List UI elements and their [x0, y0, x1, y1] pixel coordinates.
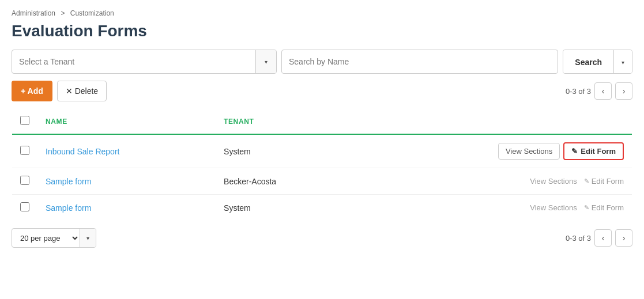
table-row: Sample formSystemView Sections✎Edit Form [12, 195, 632, 221]
footer-row: 20 per page 50 per page 100 per page ▾ 0… [12, 228, 632, 248]
row-actions-cell: View Sections✎Edit Form [351, 168, 632, 195]
edit-form-label: Edit Form [592, 177, 624, 186]
per-page-select[interactable]: 20 per page 50 per page 100 per page [12, 228, 80, 248]
chevron-left-icon-top: ‹ [602, 86, 605, 96]
view-sections-text[interactable]: View Sections [526, 203, 580, 212]
tenant-dropdown-arrow[interactable]: ▾ [255, 50, 276, 74]
toolbar-row: ▾ Search ▾ [12, 50, 632, 74]
header-name: NAME [37, 109, 216, 135]
row-tenant-cell: System [216, 134, 351, 168]
per-page-wrapper[interactable]: 20 per page 50 per page 100 per page ▾ [12, 228, 96, 248]
breadcrumb-sep: > [61, 9, 65, 17]
add-button[interactable]: + Add [12, 81, 52, 101]
row-tenant-cell: System [216, 195, 351, 221]
row-actions-cell: View Sections✎Edit Form [351, 134, 632, 168]
evaluation-forms-table: NAME TENANT Inbound Sale ReportSystemVie… [12, 108, 632, 221]
row-check-cell [12, 168, 38, 195]
actions-row: + Add ✕ Delete 0-3 of 3 ‹ › [12, 81, 632, 101]
top-pagination: 0-3 of 3 ‹ › [566, 82, 632, 100]
row-actions: View Sections✎Edit Form [359, 142, 624, 160]
row-checkbox-1[interactable] [20, 176, 29, 185]
header-check-col [12, 109, 38, 135]
bottom-pagination-info: 0-3 of 3 [566, 234, 591, 243]
chevron-left-icon-bottom: ‹ [602, 233, 605, 243]
table-row: Inbound Sale ReportSystemView Sections✎E… [12, 134, 632, 168]
bottom-pagination: 0-3 of 3 ‹ › [566, 229, 632, 247]
chevron-right-icon-bottom: › [623, 233, 626, 243]
edit-form-button[interactable]: ✎Edit Form [563, 142, 624, 160]
edit-form-text[interactable]: ✎Edit Form [584, 177, 624, 186]
row-tenant-cell: Becker-Acosta [216, 168, 351, 195]
breadcrumb-customization: Customization [70, 9, 114, 17]
row-name-cell: Sample form [37, 195, 216, 221]
edit-icon: ✎ [571, 147, 578, 156]
row-name-cell: Inbound Sale Report [37, 134, 216, 168]
chevron-down-icon: ▾ [265, 59, 268, 65]
chevron-down-icon-perpage: ▾ [86, 235, 89, 241]
view-sections-text[interactable]: View Sections [526, 177, 580, 186]
page-title: Evaluation Forms [12, 22, 632, 40]
view-sections-button[interactable]: View Sections [498, 143, 560, 160]
search-dropdown-arrow[interactable]: ▾ [613, 50, 632, 74]
edit-form-text[interactable]: ✎Edit Form [584, 203, 624, 212]
search-input[interactable] [281, 50, 558, 74]
select-all-checkbox[interactable] [20, 116, 29, 125]
left-actions: + Add ✕ Delete [12, 81, 107, 101]
per-page-arrow[interactable]: ▾ [80, 228, 96, 248]
row-name-link[interactable]: Sample form [46, 203, 91, 213]
header-actions [351, 109, 632, 135]
breadcrumb-admin: Administration [12, 9, 55, 17]
row-checkbox-0[interactable] [20, 146, 29, 155]
row-actions: View Sections✎Edit Form [359, 177, 624, 186]
tenant-select-wrapper[interactable]: ▾ [12, 50, 277, 74]
search-button-group: Search ▾ [563, 50, 632, 74]
chevron-right-icon-top: › [623, 86, 626, 96]
edit-form-label: Edit Form [581, 147, 616, 156]
table-row: Sample formBecker-AcostaView Sections✎Ed… [12, 168, 632, 195]
bottom-next-page-button[interactable]: › [615, 229, 632, 247]
row-checkbox-2[interactable] [20, 202, 29, 211]
row-check-cell [12, 195, 38, 221]
row-actions-cell: View Sections✎Edit Form [351, 195, 632, 221]
edit-icon: ✎ [584, 177, 589, 185]
top-prev-page-button[interactable]: ‹ [594, 82, 612, 100]
row-name-link[interactable]: Sample form [46, 177, 91, 186]
row-actions: View Sections✎Edit Form [359, 203, 624, 212]
breadcrumb: Administration > Customization [12, 9, 632, 17]
bottom-prev-page-button[interactable]: ‹ [594, 229, 612, 247]
search-button[interactable]: Search [563, 50, 613, 74]
header-tenant: TENANT [216, 109, 351, 135]
delete-button[interactable]: ✕ Delete [57, 81, 107, 101]
row-name-link[interactable]: Inbound Sale Report [46, 147, 119, 156]
row-check-cell [12, 134, 38, 168]
edit-form-label: Edit Form [592, 203, 624, 212]
edit-icon: ✎ [584, 204, 589, 211]
row-name-cell: Sample form [37, 168, 216, 195]
top-pagination-info: 0-3 of 3 [566, 87, 591, 96]
top-next-page-button[interactable]: › [615, 82, 632, 100]
chevron-down-icon-search: ▾ [622, 59, 624, 66]
tenant-select-input[interactable] [12, 57, 255, 66]
